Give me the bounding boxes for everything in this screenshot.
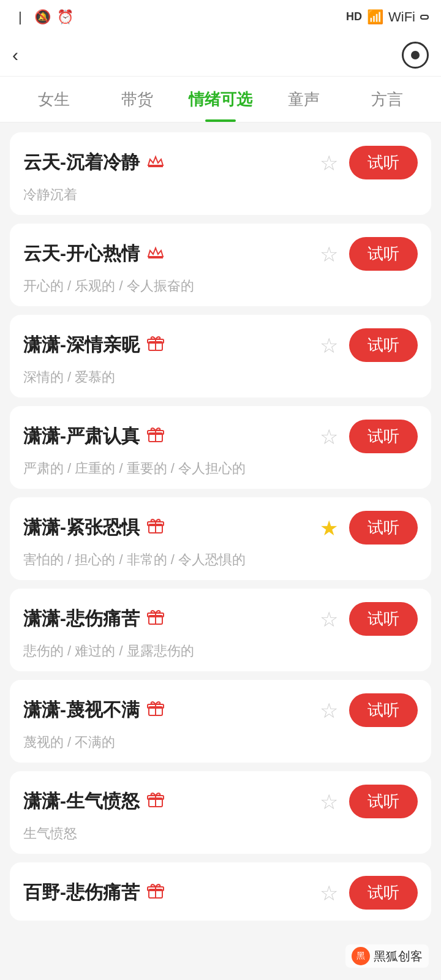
voice-card: 百野-悲伤痛苦 ☆ 试听 (10, 862, 431, 921)
mute-icon: 🔕 (34, 9, 51, 25)
card-top: 潇潇-悲伤痛苦 ☆ 试听 (23, 602, 418, 636)
voice-title: 百野-悲伤痛苦 (23, 880, 140, 905)
card-actions: ☆ 试听 (320, 785, 418, 818)
star-button[interactable]: ☆ (320, 242, 338, 266)
tab-child[interactable]: 童声 (262, 77, 345, 122)
watermark-text: 黑狐创客 (374, 948, 423, 965)
status-bar: | 🔕 ⏰ HD 📶 WiFi (0, 0, 441, 34)
listen-button[interactable]: 试听 (349, 876, 418, 910)
card-title-row: 潇潇-蔑视不满 (23, 698, 164, 723)
watermark: 黑 黑狐创客 (345, 944, 429, 968)
voice-card: 潇潇-严肃认真 ☆ 试听 严肃的 / 庄重的 / 重要的 / 令人担心的 (10, 406, 431, 489)
tab-label: 方言 (371, 89, 403, 110)
star-button[interactable]: ☆ (320, 424, 338, 449)
shop-icon (147, 517, 164, 538)
card-title-row: 百野-悲伤痛苦 (23, 880, 164, 905)
back-button[interactable]: ‹ (12, 45, 18, 66)
watermark-avatar: 黑 (352, 947, 370, 965)
voice-title: 潇潇-悲伤痛苦 (23, 606, 140, 631)
card-top: 云天-开心热情 ☆ 试听 (23, 237, 418, 271)
voice-subtitle: 蔑视的 / 不满的 (23, 733, 418, 752)
listen-button[interactable]: 试听 (349, 785, 418, 818)
tab-label: 童声 (288, 89, 320, 110)
card-actions: ☆ 试听 (320, 146, 418, 179)
listen-button[interactable]: 试听 (349, 693, 418, 727)
status-left: | 🔕 ⏰ (12, 9, 74, 25)
crown-icon (147, 153, 164, 172)
voice-card: 潇潇-紧张恐惧 ★ 试听 害怕的 / 担心的 / 非常的 / 令人恐惧的 (10, 497, 431, 580)
hd-badge: HD (346, 10, 362, 23)
voice-title: 潇潇-生气愤怒 (23, 789, 140, 814)
tab-带货[interactable]: 带货 (96, 77, 179, 122)
star-button[interactable]: ☆ (320, 607, 338, 631)
card-title-row: 潇潇-深情亲昵 (23, 333, 164, 358)
nav-right (390, 42, 429, 69)
wifi-icon: WiFi (388, 9, 415, 25)
voice-subtitle: 害怕的 / 担心的 / 非常的 / 令人恐惧的 (23, 551, 418, 569)
voice-title: 云天-沉着冷静 (23, 150, 140, 175)
shop-icon (147, 882, 164, 903)
tab-label: 情绪可选 (189, 89, 252, 110)
voice-subtitle: 悲伤的 / 难过的 / 显露悲伤的 (23, 642, 418, 660)
card-top: 百野-悲伤痛苦 ☆ 试听 (23, 876, 418, 910)
card-actions: ☆ 试听 (320, 602, 418, 636)
card-top: 云天-沉着冷静 ☆ 试听 (23, 146, 418, 179)
voice-card: 云天-开心热情 ☆ 试听 开心的 / 乐观的 / 令人振奋的 (10, 224, 431, 306)
listen-button[interactable]: 试听 (349, 146, 418, 179)
card-title-row: 云天-沉着冷静 (23, 150, 164, 175)
star-button[interactable]: ☆ (320, 151, 338, 175)
card-actions: ☆ 试听 (320, 237, 418, 271)
shop-icon (147, 334, 164, 356)
card-top: 潇潇-生气愤怒 ☆ 试听 (23, 785, 418, 818)
voice-subtitle: 严肃的 / 庄重的 / 重要的 / 令人担心的 (23, 459, 418, 478)
voice-card: 潇潇-蔑视不满 ☆ 试听 蔑视的 / 不满的 (10, 680, 431, 763)
listen-button[interactable]: 试听 (349, 237, 418, 271)
voice-title: 潇潇-严肃认真 (23, 424, 140, 449)
shop-icon (147, 426, 164, 447)
voice-subtitle: 开心的 / 乐观的 / 令人振奋的 (23, 277, 418, 295)
status-network: | (18, 9, 22, 25)
listen-button[interactable]: 试听 (349, 602, 418, 636)
star-button[interactable]: ★ (320, 516, 338, 540)
shop-icon (147, 791, 164, 812)
star-button[interactable]: ☆ (320, 881, 338, 905)
star-button[interactable]: ☆ (320, 333, 338, 358)
voice-card: 云天-沉着冷静 ☆ 试听 冷静沉着 (10, 132, 431, 215)
card-title-row: 潇潇-生气愤怒 (23, 789, 164, 814)
card-actions: ☆ 试听 (320, 328, 418, 362)
record-button[interactable] (402, 42, 429, 69)
voice-subtitle: 生气愤怒 (23, 824, 418, 843)
listen-button[interactable]: 试听 (349, 328, 418, 362)
alarm-icon: ⏰ (57, 9, 74, 25)
tab-dialect[interactable]: 方言 (345, 77, 429, 122)
voice-title: 潇潇-蔑视不满 (23, 698, 140, 723)
battery-icon (420, 15, 429, 20)
voice-subtitle: 深情的 / 爱慕的 (23, 368, 418, 386)
card-actions: ☆ 试听 (320, 420, 418, 453)
card-top: 潇潇-深情亲昵 ☆ 试听 (23, 328, 418, 362)
tab-female[interactable]: 女生 (12, 77, 96, 122)
card-title-row: 云天-开心热情 (23, 241, 164, 266)
tab-label: 女生 (38, 89, 70, 110)
card-actions: ☆ 试听 (320, 876, 418, 910)
shop-icon (147, 699, 164, 721)
tab-underline (205, 119, 236, 122)
tab-emotion[interactable]: 情绪可选 (179, 77, 262, 122)
status-right: HD 📶 WiFi (346, 9, 429, 25)
signal-icon: 📶 (367, 9, 383, 25)
voice-title: 潇潇-深情亲昵 (23, 333, 140, 358)
record-icon (411, 51, 420, 59)
listen-button[interactable]: 试听 (349, 420, 418, 453)
voice-card: 潇潇-悲伤痛苦 ☆ 试听 悲伤的 / 难过的 / 显露悲伤的 (10, 589, 431, 671)
voice-subtitle: 冷静沉着 (23, 186, 418, 204)
voice-card: 潇潇-生气愤怒 ☆ 试听 生气愤怒 (10, 771, 431, 854)
shop-icon (147, 608, 164, 630)
star-button[interactable]: ☆ (320, 698, 338, 723)
crown-icon (147, 244, 164, 263)
voice-title: 潇潇-紧张恐惧 (23, 515, 140, 540)
listen-button[interactable]: 试听 (349, 511, 418, 545)
star-button[interactable]: ☆ (320, 790, 338, 814)
card-title-row: 潇潇-悲伤痛苦 (23, 606, 164, 631)
voice-title: 云天-开心热情 (23, 241, 140, 266)
card-top: 潇潇-紧张恐惧 ★ 试听 (23, 511, 418, 545)
